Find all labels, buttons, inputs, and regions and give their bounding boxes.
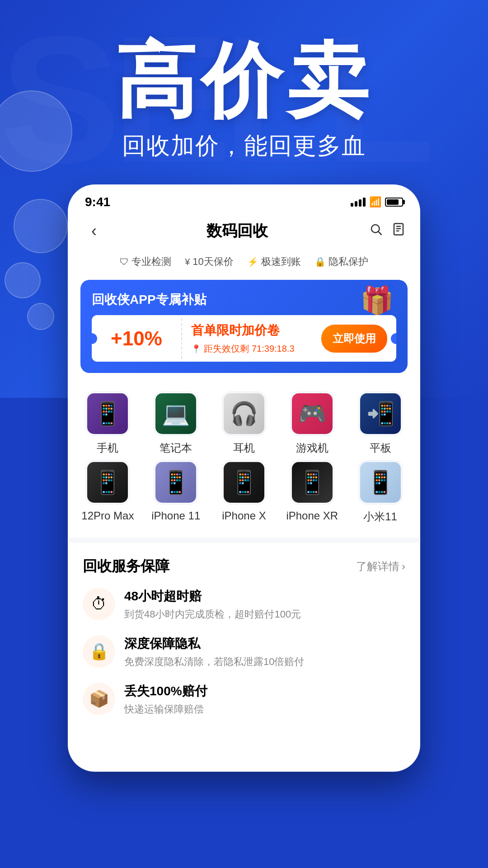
iphonex-icon: 📱	[224, 462, 264, 503]
category-laptop[interactable]: 💻 笔记本	[146, 391, 205, 455]
service-icon-2: 📦	[83, 683, 115, 715]
signal-icon	[351, 198, 366, 207]
category-gamepad-label: 游戏机	[296, 441, 328, 455]
nav-bar: ‹ 数码回收	[69, 214, 419, 248]
document-button[interactable]	[392, 222, 405, 240]
earphone-category-icon: 🎧	[224, 393, 264, 434]
service-item-desc-0: 到货48小时内完成质检，超时赔付100元	[124, 608, 405, 622]
service-section: 回收服务保障 了解详情 › ⏱ 48小时超时赔 到货48小时内完成质检，超时赔付…	[69, 543, 419, 743]
promo-title: 回收侠APP专属补贴	[92, 291, 396, 308]
coupon-timer: 📍 距失效仅剩 71:39:18.3	[191, 343, 312, 355]
nav-title: 数码回收	[206, 221, 268, 241]
phone-mockup-wrapper: 9:41 📶 ‹ 数码回收	[0, 184, 488, 772]
iphone12-icon: 📱	[87, 462, 128, 503]
lock-icon: 🔒	[314, 256, 326, 267]
service-item-title-1: 深度保障隐私	[124, 635, 405, 652]
category-iphone12-label: 12Pro Max	[81, 509, 134, 522]
iphone11-icon: 📱	[155, 462, 196, 503]
service-item-desc-1: 免费深度隐私清除，若隐私泄露10倍赔付	[124, 655, 405, 669]
category-iphone12[interactable]: 📱 12Pro Max	[78, 460, 137, 524]
hero-subtitle: 回收加价，能回更多血	[0, 130, 488, 162]
svg-point-0	[371, 225, 380, 233]
category-section: 📱 手机 💻 笔记本 🎧 耳机	[69, 382, 419, 538]
timer-value: 71:39:18.3	[252, 344, 295, 354]
category-laptop-label: 笔记本	[160, 441, 192, 455]
service-more-button[interactable]: 了解详情 ›	[356, 559, 405, 574]
coupon-right: 首单限时加价卷 📍 距失效仅剩 71:39:18.3	[182, 315, 321, 362]
search-button[interactable]	[369, 222, 383, 240]
category-iphonex-label: iPhone X	[222, 509, 266, 522]
bottom-area	[69, 743, 419, 770]
status-icons: 📶	[351, 196, 403, 208]
battery-fill	[387, 199, 399, 205]
category-row-1: 📱 手机 💻 笔记本 🎧 耳机	[74, 391, 414, 455]
category-iphonexr-label: iPhone XR	[286, 509, 338, 522]
category-xiaomi11-label: 小米11	[363, 509, 397, 524]
service-icon-1: 🔒	[83, 635, 115, 668]
feature-tag-3: 🔒 隐私保护	[314, 255, 368, 269]
feature-tag-2-label: 极速到账	[261, 255, 301, 269]
laptop-category-icon: 💻	[155, 393, 196, 434]
service-item-title-2: 丢失100%赔付	[124, 683, 405, 700]
service-title: 回收服务保障	[83, 557, 169, 576]
category-earphone[interactable]: 🎧 耳机	[215, 391, 273, 455]
service-more-label: 了解详情	[356, 559, 399, 574]
coupon-use-button[interactable]: 立即使用	[321, 325, 387, 353]
wifi-icon: 📶	[369, 196, 381, 208]
section-divider	[69, 538, 419, 543]
hero-text-area: 高价卖 回收加价，能回更多血	[0, 0, 488, 162]
service-text-2: 丢失100%赔付 快递运输保障赔偿	[124, 683, 405, 717]
category-earphone-label: 耳机	[233, 441, 255, 455]
category-iphonex[interactable]: 📱 iPhone X	[215, 460, 273, 524]
phone-mockup: 9:41 📶 ‹ 数码回收	[68, 184, 420, 772]
hero-title: 高价卖	[0, 36, 488, 126]
battery-icon	[385, 198, 403, 207]
category-tablet-label: 平板	[370, 441, 391, 455]
iphonexr-icon: 📱	[292, 462, 333, 503]
gamepad-category-icon: 🎮	[292, 393, 333, 434]
feature-tag-3-label: 隐私保护	[328, 255, 368, 269]
service-item-1: 🔒 深度保障隐私 免费深度隐私清除，若隐私泄露10倍赔付	[83, 635, 405, 669]
category-iphone11[interactable]: 📱 iPhone 11	[146, 460, 205, 524]
back-button[interactable]: ‹	[83, 222, 105, 241]
feature-tag-0: 🛡 专业检测	[120, 255, 171, 269]
tablet-category-icon: 📲	[360, 393, 401, 434]
category-phone[interactable]: 📱 手机	[78, 391, 137, 455]
category-tablet[interactable]: 📲 平板	[351, 391, 410, 455]
lightning-icon: ⚡	[247, 256, 258, 267]
xiaomi11-icon: 📱	[360, 462, 401, 503]
feature-tag-0-label: 专业检测	[131, 255, 171, 269]
status-bar: 9:41 📶	[69, 186, 419, 214]
chevron-right-icon: ›	[402, 560, 405, 573]
shield-icon: 🛡	[120, 257, 129, 267]
promo-banner: 回收侠APP专属补贴 🎁 +10% 首单限时加价卷 📍 距失效仅剩 71:39:…	[80, 280, 408, 373]
coupon-percent: +10%	[105, 327, 168, 350]
promo-coupon: +10% 首单限时加价卷 📍 距失效仅剩 71:39:18.3 立即使用	[92, 315, 396, 362]
category-iphone11-label: iPhone 11	[151, 509, 200, 522]
status-time: 9:41	[85, 195, 110, 209]
nav-actions	[369, 222, 405, 240]
service-text-0: 48小时超时赔 到货48小时内完成质检，超时赔付100元	[124, 588, 405, 622]
phone-category-icon: 📱	[87, 393, 128, 434]
feature-tags: 🛡 专业检测 ¥ 10天保价 ⚡ 极速到账 🔒 隐私保护	[69, 248, 419, 275]
service-item-desc-2: 快递运输保障赔偿	[124, 703, 405, 717]
service-icon-0: ⏱	[83, 588, 115, 620]
svg-line-1	[379, 232, 382, 235]
service-item-2: 📦 丢失100%赔付 快递运输保障赔偿	[83, 683, 405, 717]
promo-decoration: 🎁	[360, 284, 394, 316]
category-iphonexr[interactable]: 📱 iPhone XR	[283, 460, 342, 524]
category-gamepad[interactable]: 🎮 游戏机	[283, 391, 342, 455]
service-header: 回收服务保障 了解详情 ›	[83, 557, 405, 576]
timer-prefix: 距失效仅剩	[204, 343, 249, 355]
service-item-0: ⏱ 48小时超时赔 到货48小时内完成质检，超时赔付100元	[83, 588, 405, 622]
coupon-label: 首单限时加价卷	[191, 322, 312, 339]
category-row-2: 📱 12Pro Max 📱 iPhone 11 📱 iPhone X	[74, 460, 414, 524]
feature-tag-1: ¥ 10天保价	[185, 255, 234, 269]
category-xiaomi11[interactable]: 📱 小米11	[351, 460, 410, 524]
service-item-title-0: 48小时超时赔	[124, 588, 405, 605]
feature-tag-1-label: 10天保价	[192, 255, 233, 269]
category-phone-label: 手机	[97, 441, 118, 455]
feature-tag-2: ⚡ 极速到账	[247, 255, 301, 269]
service-text-1: 深度保障隐私 免费深度隐私清除，若隐私泄露10倍赔付	[124, 635, 405, 669]
coupon-left: +10%	[92, 318, 182, 359]
